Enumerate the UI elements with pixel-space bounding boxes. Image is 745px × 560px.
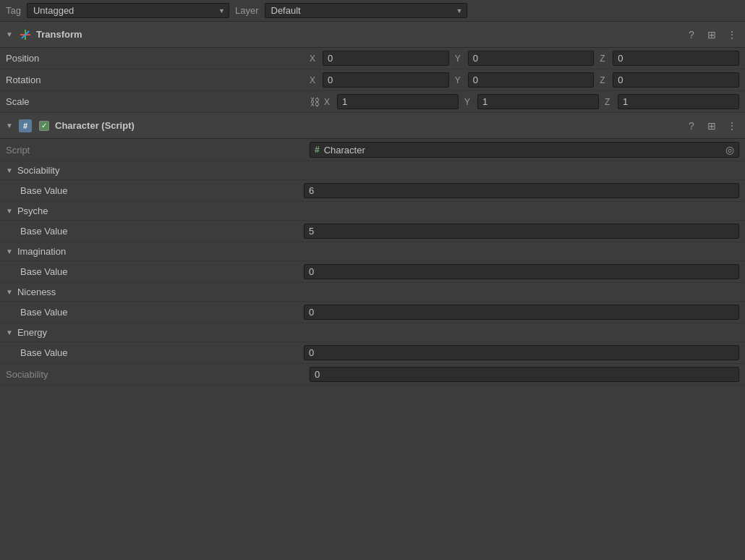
position-z-label: Z (600, 54, 610, 64)
imagination-base-value-label: Base Value (20, 266, 304, 277)
sociability-chevron: ▼ (6, 166, 13, 174)
scale-xyz: X Y Z (324, 94, 739, 109)
rotation-label: Rotation (6, 75, 310, 85)
sociability-base-value-row: Base Value (0, 180, 745, 202)
psyche-base-value-input[interactable] (304, 224, 739, 239)
rotation-x-label: X (310, 75, 320, 85)
character-help-btn[interactable]: ? (684, 120, 699, 132)
position-label: Position (6, 53, 310, 64)
character-hash-icon: # (19, 119, 32, 132)
rotation-y-label: Y (455, 75, 465, 85)
energy-base-value-label: Base Value (20, 347, 304, 358)
scale-y-label: Y (464, 97, 474, 107)
script-row: Script # Character ◎ (0, 139, 745, 161)
position-y-label: Y (455, 54, 465, 64)
character-settings-btn[interactable]: ⊞ (704, 120, 719, 132)
rotation-y-input[interactable] (468, 72, 595, 88)
bottom-sociability-input[interactable] (310, 367, 739, 382)
script-value[interactable]: # Character ◎ (310, 142, 739, 158)
scale-x-item: X (324, 94, 459, 109)
niceness-label: Niceness (17, 287, 56, 297)
niceness-chevron: ▼ (6, 288, 13, 296)
transform-chevron[interactable]: ▼ (6, 30, 14, 39)
sociability-foldout[interactable]: ▼ Sociability (0, 161, 745, 180)
scale-y-input[interactable] (477, 94, 599, 109)
imagination-chevron: ▼ (6, 247, 13, 255)
transform-more-btn[interactable]: ⋮ (725, 29, 739, 41)
script-field-label: Script (6, 145, 310, 156)
sociability-base-value-label: Base Value (20, 185, 304, 196)
rotation-x-input[interactable] (323, 72, 449, 88)
imagination-label: Imagination (17, 246, 66, 257)
energy-label: Energy (17, 327, 47, 338)
scale-x-input[interactable] (337, 94, 459, 109)
position-y-item: Y (455, 51, 595, 66)
position-z-input[interactable] (613, 51, 739, 66)
psyche-label: Psyche (17, 205, 48, 216)
scale-z-label: Z (605, 97, 615, 107)
transform-icon (19, 28, 32, 41)
script-target-icon[interactable]: ◎ (725, 144, 734, 156)
energy-base-value-input[interactable] (304, 345, 739, 360)
energy-chevron: ▼ (6, 328, 13, 336)
rotation-z-item: Z (600, 72, 739, 88)
scale-x-label: X (324, 97, 334, 107)
position-y-input[interactable] (468, 51, 595, 66)
sociability-base-value-input[interactable] (304, 183, 739, 198)
tag-select-wrap[interactable]: Untagged (27, 3, 229, 18)
transform-properties: Position X Y Z Rotation X Y (0, 48, 745, 113)
position-xyz: X Y Z (310, 51, 739, 66)
bottom-sociability-label: Sociability (6, 369, 310, 380)
scale-z-item: Z (605, 94, 739, 109)
scale-link-icon[interactable]: ⛓ (310, 96, 320, 108)
position-row: Position X Y Z (0, 48, 745, 69)
position-x-item: X (310, 51, 449, 66)
niceness-foldout[interactable]: ▼ Niceness (0, 283, 745, 302)
character-script-title: Character (Script) (55, 120, 680, 131)
transform-title: Transform (36, 29, 680, 40)
script-hash-symbol: # (315, 145, 320, 155)
position-x-label: X (310, 54, 320, 64)
rotation-row: Rotation X Y Z (0, 69, 745, 91)
scale-row: Scale ⛓ X Y Z (0, 91, 745, 113)
character-script-header: ▼ # Character (Script) ? ⊞ ⋮ (0, 113, 745, 139)
position-x-input[interactable] (323, 51, 449, 66)
energy-foldout[interactable]: ▼ Energy (0, 323, 745, 342)
niceness-base-value-label: Base Value (20, 307, 304, 318)
psyche-chevron: ▼ (6, 207, 13, 215)
character-script-section: Script # Character ◎ ▼ Sociability Base … (0, 139, 745, 386)
transform-help-btn[interactable]: ? (684, 29, 699, 41)
top-bar: Tag Untagged Layer Default (0, 0, 745, 22)
psyche-base-value-row: Base Value (0, 221, 745, 242)
scale-y-item: Y (464, 94, 599, 109)
transform-header-icons: ? ⊞ ⋮ (684, 29, 739, 41)
transform-settings-btn[interactable]: ⊞ (704, 29, 719, 41)
transform-section-header: ▼ Transform ? ⊞ ⋮ (0, 22, 745, 48)
layer-select-wrap[interactable]: Default (265, 3, 467, 18)
rotation-z-label: Z (600, 75, 610, 85)
position-z-item: Z (600, 51, 739, 66)
layer-select[interactable]: Default (265, 3, 467, 18)
tag-select[interactable]: Untagged (27, 3, 229, 18)
character-enabled-checkbox[interactable] (39, 121, 49, 131)
imagination-base-value-input[interactable] (304, 264, 739, 279)
script-name-text: Character (324, 145, 721, 156)
rotation-x-item: X (310, 72, 449, 88)
niceness-base-value-row: Base Value (0, 302, 745, 323)
bottom-sociability-row: Sociability (0, 364, 745, 386)
sociability-label: Sociability (17, 165, 60, 176)
tag-label: Tag (6, 5, 21, 16)
rotation-xyz: X Y Z (310, 72, 739, 88)
imagination-base-value-row: Base Value (0, 261, 745, 283)
character-chevron[interactable]: ▼ (6, 122, 14, 130)
energy-base-value-row: Base Value (0, 342, 745, 364)
scale-label: Scale (6, 96, 310, 107)
character-more-btn[interactable]: ⋮ (725, 120, 739, 132)
imagination-foldout[interactable]: ▼ Imagination (0, 242, 745, 261)
scale-z-input[interactable] (618, 94, 739, 109)
psyche-foldout[interactable]: ▼ Psyche (0, 202, 745, 221)
niceness-base-value-input[interactable] (304, 305, 739, 320)
rotation-z-input[interactable] (613, 72, 739, 88)
character-header-icons: ? ⊞ ⋮ (684, 120, 739, 132)
psyche-base-value-label: Base Value (20, 226, 304, 237)
